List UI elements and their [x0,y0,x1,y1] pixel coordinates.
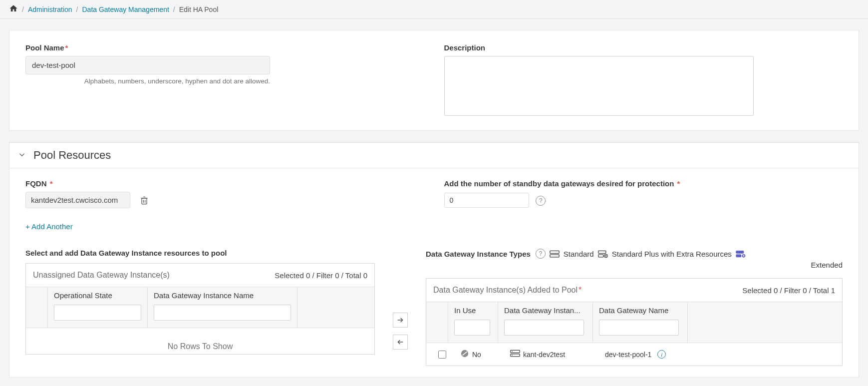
breadcrumb-data-gateway-management[interactable]: Data Gateway Management [82,5,169,13]
filter-instance[interactable] [504,320,584,336]
move-right-button[interactable] [393,313,408,328]
types-standard: Standard [564,250,594,258]
standby-label: Add the number of standby data gateways … [444,179,843,188]
svg-rect-9 [598,251,606,253]
pool-name-helper: Alphabets, numbers, underscore, hyphen a… [25,77,270,85]
move-left-button[interactable] [393,335,408,350]
chevron-down-icon [17,150,26,161]
col-gw-name: Data Gateway Name [599,306,681,315]
pool-name-label: Pool Name* [25,43,424,52]
info-icon[interactable]: i [657,350,666,359]
no-rows-message: No Rows To Show [26,328,374,354]
home-icon[interactable] [9,4,18,14]
col-operational-state: Operational State [54,291,141,300]
fqdn-label: FQDN * [25,179,424,188]
svg-rect-10 [598,255,603,257]
fqdn-input[interactable] [25,192,130,208]
standard-plus-type-icon [598,249,608,258]
description-textarea[interactable] [444,56,754,116]
svg-rect-15 [736,255,741,257]
svg-point-24 [512,355,513,356]
added-grid-title: Data Gateway Instance(s) Added to Pool [433,286,578,294]
breadcrumb: / Administration / Data Gateway Manageme… [0,0,868,19]
svg-rect-0 [142,198,147,204]
svg-rect-8 [550,255,559,257]
standard-type-icon [550,249,560,258]
breadcrumb-sep: / [22,5,24,13]
standby-input[interactable] [444,193,529,208]
left-grid-section-title: Select and add Data Gateway Instance res… [25,249,375,257]
delete-fqdn-button[interactable] [139,195,149,206]
filter-instance-name[interactable] [154,305,291,321]
types-plus: Standard Plus with Extra Resources [612,250,732,258]
filter-operational-state[interactable] [54,305,141,321]
types-extended: Extended [426,261,843,269]
instance-value: kant-dev2test [523,351,565,359]
pool-name-input[interactable] [25,56,270,74]
not-in-use-icon [460,349,469,360]
pool-resources-title: Pool Resources [33,149,111,162]
col-instance: Data Gateway Instan... [504,306,586,315]
added-grid: Data Gateway Instance(s) Added to Pool* … [426,278,843,366]
added-grid-stats: Selected 0 / Filter 0 / Total 1 [742,286,835,295]
breadcrumb-sep: / [173,5,175,13]
unassigned-grid: Unassigned Data Gateway Instance(s) Sele… [25,263,375,355]
svg-rect-7 [550,251,559,253]
col-instance-name: Data Gateway Instance Name [154,291,291,300]
add-another-fqdn[interactable]: + Add Another [25,222,73,231]
unassigned-grid-stats: Selected 0 / Filter 0 / Total 0 [275,271,367,280]
unassigned-grid-title: Unassigned Data Gateway Instance(s) [33,271,170,280]
pool-details-panel: Pool Name* Alphabets, numbers, underscor… [9,30,859,131]
svg-rect-14 [736,251,744,253]
extended-type-icon [736,249,746,258]
filter-gw-name[interactable] [599,320,679,336]
standby-help-icon[interactable]: ? [536,196,546,206]
types-help-icon[interactable]: ? [536,249,546,259]
filter-in-use[interactable] [454,320,490,336]
breadcrumb-current: Edit HA Pool [179,5,219,13]
table-row[interactable]: No kant-dev2test dev-test-pool-1 i [426,343,842,366]
col-in-use: In Use [454,306,492,315]
svg-point-23 [512,351,513,352]
gw-name-value: dev-test-pool-1 [605,351,651,359]
pool-resources-header[interactable]: Pool Resources [9,142,859,168]
pool-resources-panel: Pool Resources FQDN * + Add Another [9,142,859,378]
types-label: Data Gateway Instance Types [426,250,531,258]
breadcrumb-administration[interactable]: Administration [28,5,72,13]
breadcrumb-sep: / [76,5,78,13]
in-use-value: No [472,351,481,359]
row-checkbox[interactable] [438,351,446,359]
server-icon [510,349,520,360]
description-label: Description [444,43,843,52]
